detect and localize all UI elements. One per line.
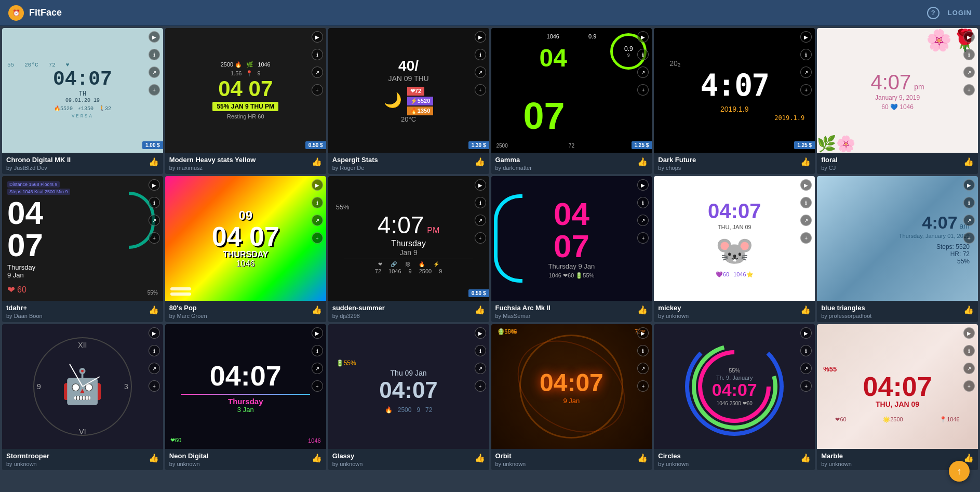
play-icon[interactable]: ▶ [800, 327, 812, 339]
login-button[interactable]: LOGIN [948, 9, 972, 17]
like-button[interactable]: 👍 [312, 304, 322, 315]
card-fuchsia-arc[interactable]: 04 07 Thursday 9 Jan 1046 ❤60 🔋55% ▶ ℹ ↗… [491, 176, 652, 322]
play-icon[interactable]: ▶ [312, 327, 323, 339]
share-icon[interactable]: ↗ [149, 67, 160, 78]
share-icon[interactable]: ↗ [475, 363, 486, 374]
add-icon[interactable]: + [475, 232, 486, 244]
card-glassy[interactable]: 🔋55% Thu 09 Jan 04:07 🔥2500972 ▶ ℹ ↗ + G… [328, 324, 489, 470]
card-tdahr[interactable]: Distance 1568 Floors 9 Steps 1046 Kcal 2… [2, 176, 163, 322]
add-icon[interactable]: + [800, 380, 812, 392]
share-icon[interactable]: ↗ [963, 67, 975, 78]
add-icon[interactable]: + [312, 84, 323, 96]
info-icon[interactable]: ℹ [312, 197, 323, 208]
info-icon[interactable]: ℹ [475, 49, 486, 60]
info-icon[interactable]: ℹ [800, 49, 812, 60]
add-icon[interactable]: + [637, 84, 649, 96]
like-button[interactable]: 👍 [637, 304, 648, 315]
info-icon[interactable]: ℹ [312, 345, 323, 356]
add-icon[interactable]: + [637, 232, 649, 244]
info-icon[interactable]: ℹ [637, 197, 649, 208]
share-icon[interactable]: ↗ [475, 67, 486, 78]
play-icon[interactable]: ▶ [312, 31, 323, 43]
play-icon[interactable]: ▶ [963, 31, 975, 43]
like-button[interactable]: 👍 [800, 156, 811, 167]
info-icon[interactable]: ℹ [963, 197, 975, 208]
card-neon[interactable]: 04:07 Thursday 3 Jan ❤60 1046 ▶ ℹ ↗ + Ne… [165, 324, 326, 470]
add-icon[interactable]: + [149, 232, 160, 244]
info-icon[interactable]: ℹ [963, 345, 975, 356]
like-button[interactable]: 👍 [475, 156, 485, 167]
like-button[interactable]: 👍 [963, 304, 974, 315]
card-circles[interactable]: 55% Th. 9. January 04:07 1046 2500 ❤60 ▶… [654, 324, 815, 470]
card-modern-heavy[interactable]: 2500 🔥🌿1046 1.56📍9 04 07 55% JAN 9 THU P… [165, 28, 326, 174]
play-icon[interactable]: ▶ [963, 327, 975, 339]
share-icon[interactable]: ↗ [312, 215, 323, 226]
like-button[interactable]: 👍 [312, 156, 322, 167]
play-icon[interactable]: ▶ [475, 31, 486, 43]
share-icon[interactable]: ↗ [963, 215, 975, 226]
card-chrono-digital[interactable]: 5520°C72♥ 04:07 TH 09.01.20 19 🔥5520⚡135… [2, 28, 163, 174]
add-icon[interactable]: + [637, 380, 649, 392]
card-floral[interactable]: 🌸🌹 4:07 pm January 9, 2019 60 💙 1046 🌿🌸 … [817, 28, 978, 174]
share-icon[interactable]: ↗ [800, 363, 812, 374]
share-icon[interactable]: ↗ [149, 215, 160, 226]
share-icon[interactable]: ↗ [800, 215, 812, 226]
info-icon[interactable]: ℹ [800, 197, 812, 208]
play-icon[interactable]: ▶ [475, 179, 486, 191]
share-icon[interactable]: ↗ [312, 363, 323, 374]
play-icon[interactable]: ▶ [149, 327, 160, 339]
share-icon[interactable]: ↗ [800, 67, 812, 78]
card-gamma[interactable]: 10460.9 04 07 0.9 9 2500 68° 72 ▶ ℹ ↗ + … [491, 28, 652, 174]
card-blue-triangles[interactable]: 4:07 am Thursday, January 01, 2019 Steps… [817, 176, 978, 322]
like-button[interactable]: 👍 [149, 452, 159, 463]
like-button[interactable]: 👍 [963, 452, 974, 463]
like-button[interactable]: 👍 [312, 452, 322, 463]
add-icon[interactable]: + [475, 84, 486, 96]
share-icon[interactable]: ↗ [963, 363, 975, 374]
like-button[interactable]: 👍 [637, 156, 648, 167]
like-button[interactable]: 👍 [475, 304, 485, 315]
card-80s-pop[interactable]: 09 04 07 THURSDAY 1046 ▶ ℹ ↗ + 80's Pop … [165, 176, 326, 322]
add-icon[interactable]: + [475, 380, 486, 392]
share-icon[interactable]: ↗ [637, 67, 649, 78]
play-icon[interactable]: ▶ [149, 31, 160, 43]
share-icon[interactable]: ↗ [149, 363, 160, 374]
share-icon[interactable]: ↗ [475, 215, 486, 226]
add-icon[interactable]: + [963, 84, 975, 96]
add-icon[interactable]: + [312, 232, 323, 244]
share-icon[interactable]: ↗ [637, 215, 649, 226]
play-icon[interactable]: ▶ [800, 179, 812, 191]
add-icon[interactable]: + [800, 84, 812, 96]
card-stormtrooper[interactable]: XII 3 VI 9 🤖 ▶ ℹ ↗ + Stormtrooper by unk… [2, 324, 163, 470]
add-icon[interactable]: + [800, 232, 812, 244]
info-icon[interactable]: ℹ [475, 197, 486, 208]
card-sudden-summer[interactable]: 55% 4:07 PM Thursday Jan 9 ❤🔗⛓🔥⚡ 7210469… [328, 176, 489, 322]
card-orbit[interactable]: 🌟104672❤ 04:07 9 Jan 🔋55% ▶ ℹ ↗ + Orbit … [491, 324, 652, 470]
card-aspergit[interactable]: 40/ JAN 09 THU 🌙 ❤72 ⚡5520 🔥1350 [328, 28, 489, 174]
play-icon[interactable]: ▶ [637, 327, 649, 339]
scroll-up-button[interactable]: ↑ [949, 461, 970, 482]
info-icon[interactable]: ℹ [800, 345, 812, 356]
add-icon[interactable]: + [149, 380, 160, 392]
share-icon[interactable]: ↗ [637, 363, 649, 374]
info-icon[interactable]: ℹ [312, 49, 323, 60]
play-icon[interactable]: ▶ [800, 31, 812, 43]
like-button[interactable]: 👍 [637, 452, 648, 463]
share-icon[interactable]: ↗ [312, 67, 323, 78]
play-icon[interactable]: ▶ [312, 179, 323, 191]
help-button[interactable]: ? [927, 7, 939, 19]
like-button[interactable]: 👍 [800, 304, 811, 315]
add-icon[interactable]: + [963, 232, 975, 244]
card-marble[interactable]: %55 04:07 THU, JAN 09 ❤60🌟2500📍1046 ▶ ℹ … [817, 324, 978, 470]
play-icon[interactable]: ▶ [963, 179, 975, 191]
like-button[interactable]: 👍 [963, 156, 974, 167]
play-icon[interactable]: ▶ [637, 31, 649, 43]
info-icon[interactable]: ℹ [475, 345, 486, 356]
add-icon[interactable]: + [963, 380, 975, 392]
play-icon[interactable]: ▶ [149, 179, 160, 191]
info-icon[interactable]: ℹ [149, 345, 160, 356]
info-icon[interactable]: ℹ [149, 197, 160, 208]
add-icon[interactable]: + [312, 380, 323, 392]
like-button[interactable]: 👍 [475, 452, 485, 463]
like-button[interactable]: 👍 [149, 304, 159, 315]
